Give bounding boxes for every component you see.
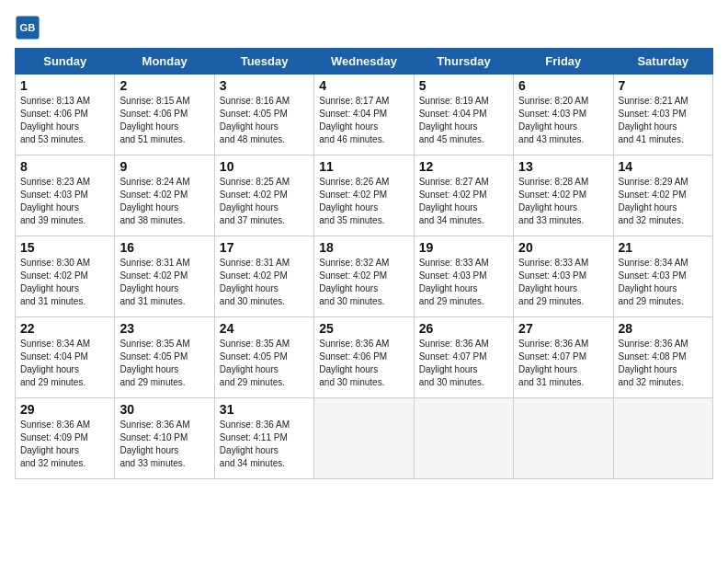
calendar-day-cell: 21 Sunrise: 8:34 AMSunset: 4:03 PMDaylig…	[613, 236, 712, 317]
cell-info: Sunrise: 8:28 AMSunset: 4:02 PMDaylight …	[518, 176, 608, 227]
day-number: 28	[619, 321, 708, 336]
day-number: 2	[119, 78, 209, 93]
calendar-day-cell: 30 Sunrise: 8:36 AMSunset: 4:10 PMDaylig…	[115, 398, 214, 479]
day-number: 8	[20, 159, 109, 174]
calendar-day-cell: 19 Sunrise: 8:33 AMSunset: 4:03 PMDaylig…	[414, 236, 513, 317]
day-header-thursday: Thursday	[414, 49, 513, 75]
cell-info: Sunrise: 8:26 AMSunset: 4:02 PMDaylight …	[319, 176, 408, 227]
calendar-week-row: 15 Sunrise: 8:30 AMSunset: 4:02 PMDaylig…	[16, 236, 713, 317]
day-header-monday: Monday	[115, 49, 214, 75]
calendar-day-cell: 1 Sunrise: 8:13 AMSunset: 4:06 PMDayligh…	[16, 75, 115, 155]
calendar-day-cell: 31 Sunrise: 8:36 AMSunset: 4:11 PMDaylig…	[214, 398, 313, 479]
day-number: 18	[319, 240, 408, 255]
day-number: 13	[518, 159, 608, 174]
day-number: 23	[119, 321, 209, 336]
calendar-day-cell: 17 Sunrise: 8:31 AMSunset: 4:02 PMDaylig…	[214, 236, 313, 317]
calendar-day-cell: 11 Sunrise: 8:26 AMSunset: 4:02 PMDaylig…	[314, 155, 414, 236]
day-number: 30	[119, 402, 209, 417]
cell-info: Sunrise: 8:21 AMSunset: 4:03 PMDaylight …	[619, 95, 708, 146]
cell-info: Sunrise: 8:36 AMSunset: 4:08 PMDaylight …	[619, 338, 708, 389]
calendar-week-row: 22 Sunrise: 8:34 AMSunset: 4:04 PMDaylig…	[16, 317, 713, 398]
calendar-day-cell: 10 Sunrise: 8:25 AMSunset: 4:02 PMDaylig…	[214, 155, 313, 236]
day-number: 20	[518, 240, 608, 255]
calendar-day-cell: 14 Sunrise: 8:29 AMSunset: 4:02 PMDaylig…	[613, 155, 712, 236]
day-number: 17	[220, 240, 309, 255]
calendar-day-cell: 27 Sunrise: 8:36 AMSunset: 4:07 PMDaylig…	[514, 317, 613, 398]
cell-info: Sunrise: 8:36 AMSunset: 4:07 PMDaylight …	[419, 338, 508, 389]
cell-info: Sunrise: 8:19 AMSunset: 4:04 PMDaylight …	[419, 95, 508, 146]
day-number: 15	[20, 240, 109, 255]
calendar-day-cell: 9 Sunrise: 8:24 AMSunset: 4:02 PMDayligh…	[115, 155, 214, 236]
day-number: 19	[419, 240, 508, 255]
day-number: 12	[419, 159, 508, 174]
day-number: 1	[20, 78, 109, 93]
empty-cell	[613, 398, 712, 479]
day-number: 16	[119, 240, 209, 255]
day-header-saturday: Saturday	[613, 49, 712, 75]
cell-info: Sunrise: 8:31 AMSunset: 4:02 PMDaylight …	[119, 257, 209, 308]
cell-info: Sunrise: 8:34 AMSunset: 4:03 PMDaylight …	[619, 257, 708, 308]
calendar-day-cell: 18 Sunrise: 8:32 AMSunset: 4:02 PMDaylig…	[314, 236, 414, 317]
cell-info: Sunrise: 8:34 AMSunset: 4:04 PMDaylight …	[20, 338, 109, 389]
calendar-day-cell: 8 Sunrise: 8:23 AMSunset: 4:03 PMDayligh…	[16, 155, 115, 236]
cell-info: Sunrise: 8:25 AMSunset: 4:02 PMDaylight …	[220, 176, 309, 227]
calendar-day-cell: 6 Sunrise: 8:20 AMSunset: 4:03 PMDayligh…	[514, 75, 613, 155]
day-number: 29	[20, 402, 109, 417]
day-header-tuesday: Tuesday	[214, 49, 313, 75]
day-header-sunday: Sunday	[16, 49, 115, 75]
calendar-day-cell: 20 Sunrise: 8:33 AMSunset: 4:03 PMDaylig…	[514, 236, 613, 317]
calendar-day-cell: 5 Sunrise: 8:19 AMSunset: 4:04 PMDayligh…	[414, 75, 513, 155]
cell-info: Sunrise: 8:29 AMSunset: 4:02 PMDaylight …	[619, 176, 708, 227]
empty-cell	[514, 398, 613, 479]
cell-info: Sunrise: 8:36 AMSunset: 4:07 PMDaylight …	[518, 338, 608, 389]
day-number: 5	[419, 78, 508, 93]
cell-info: Sunrise: 8:36 AMSunset: 4:11 PMDaylight …	[220, 419, 309, 470]
calendar-day-cell: 12 Sunrise: 8:27 AMSunset: 4:02 PMDaylig…	[414, 155, 513, 236]
calendar-day-cell: 13 Sunrise: 8:28 AMSunset: 4:02 PMDaylig…	[514, 155, 613, 236]
day-number: 14	[619, 159, 708, 174]
cell-info: Sunrise: 8:35 AMSunset: 4:05 PMDaylight …	[220, 338, 309, 389]
cell-info: Sunrise: 8:27 AMSunset: 4:02 PMDaylight …	[419, 176, 508, 227]
day-number: 31	[220, 402, 309, 417]
cell-info: Sunrise: 8:17 AMSunset: 4:04 PMDaylight …	[319, 95, 408, 146]
calendar-day-cell: 4 Sunrise: 8:17 AMSunset: 4:04 PMDayligh…	[314, 75, 414, 155]
calendar-day-cell: 7 Sunrise: 8:21 AMSunset: 4:03 PMDayligh…	[613, 75, 712, 155]
calendar-week-row: 8 Sunrise: 8:23 AMSunset: 4:03 PMDayligh…	[16, 155, 713, 236]
logo: GB	[15, 15, 44, 40]
cell-info: Sunrise: 8:33 AMSunset: 4:03 PMDaylight …	[419, 257, 508, 308]
calendar-day-cell: 28 Sunrise: 8:36 AMSunset: 4:08 PMDaylig…	[613, 317, 712, 398]
calendar-day-cell: 24 Sunrise: 8:35 AMSunset: 4:05 PMDaylig…	[214, 317, 313, 398]
cell-info: Sunrise: 8:31 AMSunset: 4:02 PMDaylight …	[220, 257, 309, 308]
cell-info: Sunrise: 8:32 AMSunset: 4:02 PMDaylight …	[319, 257, 408, 308]
day-number: 21	[619, 240, 708, 255]
day-number: 26	[419, 321, 508, 336]
day-number: 9	[119, 159, 209, 174]
cell-info: Sunrise: 8:35 AMSunset: 4:05 PMDaylight …	[119, 338, 209, 389]
cell-info: Sunrise: 8:36 AMSunset: 4:06 PMDaylight …	[319, 338, 408, 389]
calendar-day-cell: 25 Sunrise: 8:36 AMSunset: 4:06 PMDaylig…	[314, 317, 414, 398]
cell-info: Sunrise: 8:36 AMSunset: 4:10 PMDaylight …	[119, 419, 209, 470]
cell-info: Sunrise: 8:30 AMSunset: 4:02 PMDaylight …	[20, 257, 109, 308]
cell-info: Sunrise: 8:23 AMSunset: 4:03 PMDaylight …	[20, 176, 109, 227]
page-header: GB	[15, 15, 713, 40]
calendar-day-cell: 26 Sunrise: 8:36 AMSunset: 4:07 PMDaylig…	[414, 317, 513, 398]
cell-info: Sunrise: 8:16 AMSunset: 4:05 PMDaylight …	[220, 95, 309, 146]
calendar-week-row: 29 Sunrise: 8:36 AMSunset: 4:09 PMDaylig…	[16, 398, 713, 479]
day-header-wednesday: Wednesday	[314, 49, 414, 75]
calendar-day-cell: 3 Sunrise: 8:16 AMSunset: 4:05 PMDayligh…	[214, 75, 313, 155]
cell-info: Sunrise: 8:36 AMSunset: 4:09 PMDaylight …	[20, 419, 109, 470]
cell-info: Sunrise: 8:24 AMSunset: 4:02 PMDaylight …	[119, 176, 209, 227]
calendar-table: SundayMondayTuesdayWednesdayThursdayFrid…	[15, 48, 713, 479]
svg-text:GB: GB	[20, 22, 36, 33]
day-number: 27	[518, 321, 608, 336]
day-number: 11	[319, 159, 408, 174]
cell-info: Sunrise: 8:13 AMSunset: 4:06 PMDaylight …	[20, 95, 109, 146]
day-number: 24	[220, 321, 309, 336]
day-number: 4	[319, 78, 408, 93]
days-header-row: SundayMondayTuesdayWednesdayThursdayFrid…	[16, 49, 713, 75]
calendar-day-cell: 22 Sunrise: 8:34 AMSunset: 4:04 PMDaylig…	[16, 317, 115, 398]
cell-info: Sunrise: 8:20 AMSunset: 4:03 PMDaylight …	[518, 95, 608, 146]
calendar-day-cell: 29 Sunrise: 8:36 AMSunset: 4:09 PMDaylig…	[16, 398, 115, 479]
day-number: 7	[619, 78, 708, 93]
calendar-day-cell: 23 Sunrise: 8:35 AMSunset: 4:05 PMDaylig…	[115, 317, 214, 398]
